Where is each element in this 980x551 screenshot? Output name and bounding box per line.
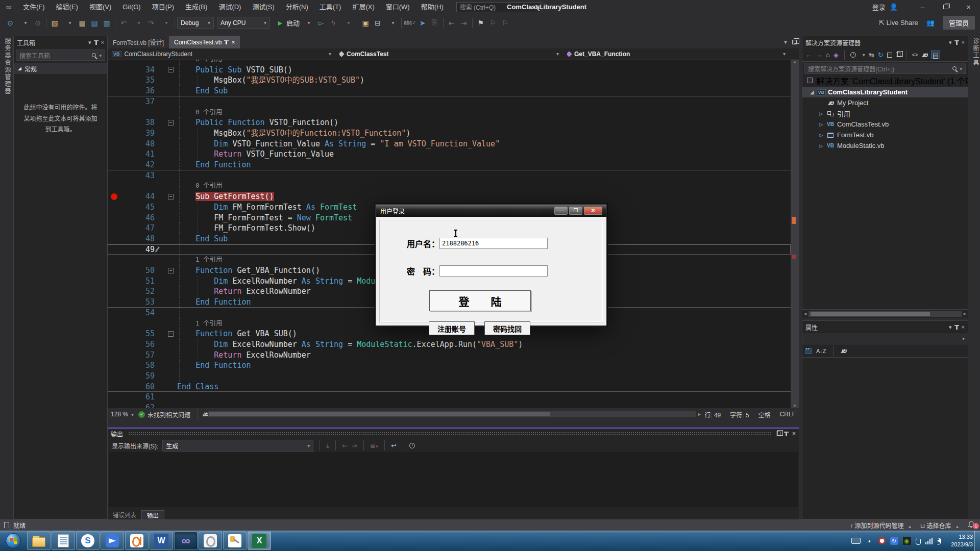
show-all-files-icon[interactable]: <> [912, 52, 918, 58]
menu-item-8[interactable]: 分析(N) [280, 0, 314, 14]
open-file-icon[interactable]: ▦ [76, 17, 88, 29]
diagnostics-vertical-tab[interactable]: 诊断工具 [971, 32, 980, 88]
codelens-references[interactable]: 0 个引用 [195, 60, 223, 65]
login-button[interactable]: 登 陆 [429, 290, 531, 311]
menu-item-7[interactable]: 测试(S) [247, 0, 280, 14]
taskbar-app-excel[interactable]: X [248, 532, 271, 550]
codelens-row[interactable]: 0 个引用 [108, 181, 791, 191]
split-window-icon[interactable] [792, 40, 797, 44]
feedback-icon[interactable]: 👥 [926, 19, 935, 27]
code-line-39[interactable]: 39 MsgBox("我是VSTO中的Function:VSTO_Functio… [108, 128, 791, 139]
close-button[interactable]: × [957, 0, 980, 14]
breakpoint-dot[interactable] [111, 193, 117, 200]
solution-close-icon[interactable]: × [962, 39, 965, 45]
categorized-view-icon[interactable] [805, 348, 812, 354]
power-plug-icon[interactable] [916, 539, 921, 545]
output-content[interactable] [109, 452, 798, 507]
code-line-44[interactable]: 44− Sub GetFormTest() [108, 191, 791, 202]
taskbar-app-screenshot-tool[interactable] [125, 532, 149, 550]
minimize-button[interactable]: – [911, 0, 934, 14]
hscroll-left-arrow[interactable]: ◄ [202, 412, 206, 417]
zoom-caret[interactable]: ▾ [131, 412, 134, 417]
recover-password-button[interactable]: 密码找回 [484, 321, 530, 335]
properties-object-dropdown[interactable]: ▾ [802, 333, 968, 344]
volume-icon[interactable] [937, 538, 941, 543]
spell-check-icon[interactable]: abc✓ [404, 17, 416, 29]
new-project-caret[interactable]: ▾ [64, 17, 76, 29]
code-line-59[interactable]: 59 [108, 371, 791, 382]
save-all-icon[interactable]: ▥ [101, 17, 113, 29]
solution-configuration-dropdown[interactable]: Debug▾ [177, 17, 214, 29]
collapse-all-icon[interactable]: − [887, 53, 892, 58]
code-line-60[interactable]: 60End Class [108, 382, 791, 392]
menu-item-0[interactable]: 文件(F) [17, 0, 51, 14]
solution-platform-dropdown[interactable]: Any CPU▾ [217, 17, 270, 29]
preview-selected-items-toggle[interactable]: ▭ [931, 51, 940, 59]
fold-collapse-box[interactable]: − [168, 120, 174, 126]
sol-properties-icon[interactable] [921, 52, 927, 58]
properties-pin-icon[interactable] [956, 325, 958, 330]
solution-item-FormTest-vb[interactable]: ▷FormTest.vb [802, 130, 968, 140]
code-line-61[interactable]: 61 [108, 392, 791, 403]
pending-changes-filter-icon[interactable] [850, 52, 856, 58]
codelens-references[interactable]: 0 个引用 [195, 181, 223, 191]
code-line-36[interactable]: 36 End Sub [108, 86, 791, 96]
taskbar-app-word[interactable]: W [150, 532, 173, 550]
codelens-row[interactable]: 0 个引用 [108, 60, 791, 65]
hscroll-right-arrow[interactable]: ► [697, 412, 702, 417]
select-repository-button[interactable]: ⊔ 选择仓库 ▴ [920, 521, 959, 530]
code-line-42[interactable]: 42 End Function [108, 160, 791, 170]
menu-item-10[interactable]: 扩展(X) [347, 0, 380, 14]
menu-item-5[interactable]: 生成(B) [180, 0, 213, 14]
register-button[interactable]: 注册账号 [429, 321, 475, 335]
menu-item-12[interactable]: 帮助(H) [415, 0, 449, 14]
menu-item-3[interactable]: Git(G) [117, 0, 146, 14]
menu-item-4[interactable]: 项目(P) [146, 0, 180, 14]
filter-caret[interactable]: ▾ [863, 52, 865, 58]
tree-expander[interactable]: ▷ [819, 122, 824, 127]
taskbar-app-xunlei[interactable] [101, 532, 124, 550]
properties-close-icon[interactable]: × [962, 324, 965, 330]
code-line-43[interactable]: 43 [108, 170, 791, 181]
find-in-files-icon[interactable]: ▣ [359, 17, 372, 29]
zoom-level-dropdown[interactable]: 128 % [111, 411, 128, 418]
dialog-titlebar[interactable]: 用户登录 — ❒ ✕ [376, 205, 606, 217]
menu-item-11[interactable]: 窗口(W) [380, 0, 415, 14]
preview-window-caret[interactable]: ▾ [387, 17, 399, 29]
fold-collapse-box[interactable]: − [168, 331, 174, 337]
toolbox-pin-icon[interactable] [95, 40, 97, 45]
editor-vertical-scrollbar[interactable]: ▲ ▼ [791, 60, 799, 408]
new-project-icon[interactable]: ▧ [48, 17, 61, 29]
sync-with-active-doc-icon[interactable]: ⇆ [869, 51, 874, 59]
solution-pin-icon[interactable] [956, 40, 958, 45]
username-input[interactable] [439, 238, 548, 249]
toolbox-section-general[interactable]: ◢常规 [14, 63, 107, 74]
recorder-tray-icon[interactable] [878, 537, 886, 544]
panel-tab-1[interactable]: 输出 [141, 510, 164, 519]
document-tab-1[interactable]: ComClassTest.vb× [169, 36, 240, 48]
codelens-references[interactable]: 1 个引用 [195, 255, 223, 265]
start-debug-label[interactable]: 启动 [286, 18, 300, 28]
health-status-text[interactable]: 未找到相关问题 [148, 410, 190, 419]
solution-root-node[interactable]: 解决方案 'ComClassLibraryStudent' (1 个项目，共 [802, 75, 968, 86]
select-mode-icon[interactable]: ➤ [416, 17, 429, 29]
toolbox-close-icon[interactable]: × [101, 39, 104, 45]
dialog-minimize-button[interactable]: — [554, 207, 568, 215]
properties-wrench-icon[interactable] [840, 348, 846, 354]
navigate-backward-caret[interactable]: ▾ [19, 17, 32, 29]
code-line-38[interactable]: 38− Public Function VSTO_Function() [108, 117, 791, 128]
solution-item-My-Project[interactable]: My Project [802, 97, 968, 108]
code-line-37[interactable]: 37 [108, 96, 791, 107]
menu-item-2[interactable]: 视图(V) [84, 0, 117, 14]
eol-indicator[interactable]: CRLF [780, 411, 796, 418]
tree-expander[interactable]: ▷ [819, 133, 824, 138]
tree-expander[interactable]: ◢ [810, 90, 815, 95]
sol-home-icon[interactable]: ⌂ [826, 51, 830, 59]
code-line-34[interactable]: 34− Public Sub VSTO_SUB() [108, 65, 791, 76]
network-signal-icon[interactable] [925, 538, 933, 544]
add-to-source-control-button[interactable]: ↑ 添加到源代码管理 ▴ [850, 521, 911, 530]
breadcrumb-member-dropdown[interactable]: Get_VBA_Function▾ [563, 48, 790, 59]
code-line-40[interactable]: 40 Dim VSTO_Function_Value As String = "… [108, 139, 791, 149]
code-line-56[interactable]: 56 Dim ExcelRowNumber As String = Module… [108, 339, 791, 350]
start-without-debug-icon[interactable]: ▻ [315, 17, 327, 29]
